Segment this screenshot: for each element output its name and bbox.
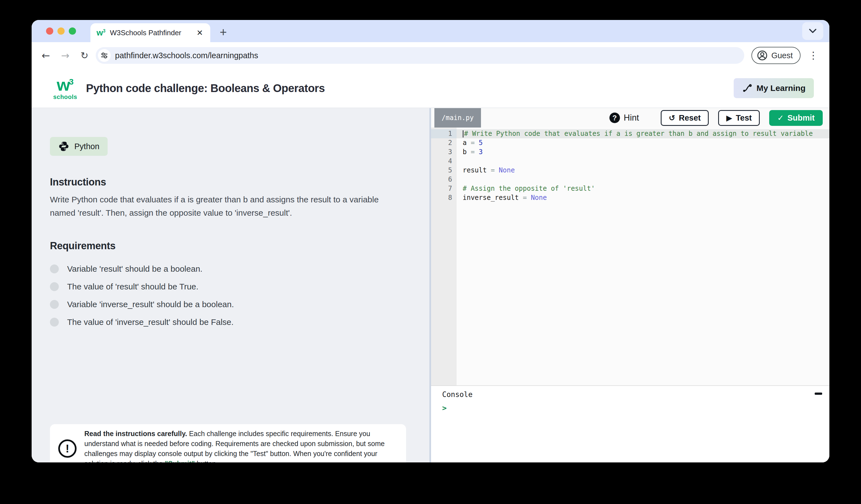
line-number: 1: [431, 129, 456, 138]
instructions-note-card: ! Read the instructions carefully. Each …: [50, 424, 406, 462]
url-text: pathfinder.w3schools.com/learningpaths: [115, 51, 258, 60]
requirements-list: Variable 'result' should be a boolean. T…: [50, 260, 406, 331]
requirement-status-icon: [50, 300, 59, 309]
language-badge-label: Python: [74, 142, 99, 151]
profile-label: Guest: [771, 51, 793, 60]
new-tab-button[interactable]: +: [220, 26, 227, 38]
requirement-item: The value of 'inverse_result' should be …: [50, 313, 406, 331]
instructions-title: Instructions: [50, 176, 406, 188]
w3schools-logo[interactable]: w3 schools: [49, 76, 82, 100]
line-number: 8: [431, 193, 456, 202]
learning-path-icon: [742, 83, 753, 94]
hint-button[interactable]: ? Hint: [610, 113, 639, 123]
requirement-status-icon: [50, 318, 59, 326]
reload-button[interactable]: ↻: [80, 50, 88, 61]
page-title: Python code challenge: Booleans & Operat…: [86, 82, 325, 95]
code-line[interactable]: 1# Write Python code that evaluates if a…: [431, 129, 829, 138]
line-number: 7: [431, 184, 456, 193]
requirement-status-icon: [50, 265, 59, 274]
screenshot-stage: w3 W3Schools Pathfinder ✕ + ← → ↻: [0, 0, 861, 504]
instructions-body: Write Python code that evaluates if a is…: [50, 193, 397, 220]
requirements-title: Requirements: [50, 240, 406, 252]
code-text[interactable]: a = 5: [456, 138, 829, 148]
question-mark-icon: ?: [610, 113, 620, 123]
w3schools-favicon-icon: w3: [97, 29, 106, 37]
language-badge: Python: [50, 137, 108, 156]
w3schools-logo-w: w3: [57, 75, 74, 94]
code-line[interactable]: 6: [431, 175, 829, 184]
profile-button[interactable]: Guest: [751, 47, 801, 64]
zoom-window-icon[interactable]: [69, 27, 76, 34]
console-panel: Console >: [431, 386, 829, 462]
my-learning-label: My Learning: [756, 83, 806, 93]
browser-menu-button[interactable]: ⋮: [808, 50, 818, 61]
code-editor[interactable]: 1# Write Python code that evaluates if a…: [431, 127, 829, 386]
tune-icon: [100, 52, 108, 59]
code-line[interactable]: 8inverse_result = None: [431, 193, 829, 202]
note-submit-highlight: "Submit": [165, 460, 195, 462]
code-text[interactable]: # Assign the opposite of 'result': [456, 184, 829, 193]
browser-toolbar: ← → ↻ pathfinder.w3schools.com/learningp…: [32, 42, 829, 69]
reset-icon: ↺: [669, 113, 675, 123]
requirement-item: The value of 'result' should be True.: [50, 278, 406, 295]
tab-title: W3Schools Pathfinder: [110, 29, 195, 37]
my-learning-button[interactable]: My Learning: [734, 78, 814, 98]
close-window-icon[interactable]: [46, 27, 53, 34]
code-text[interactable]: [456, 157, 829, 166]
page-header: w3 schools Python code challenge: Boolea…: [32, 69, 829, 108]
code-text[interactable]: # Write Python code that evaluates if a …: [456, 129, 829, 138]
file-tab[interactable]: /main.py: [434, 108, 481, 127]
collapse-console-button[interactable]: [815, 393, 822, 395]
reset-button[interactable]: ↺ Reset: [661, 110, 709, 126]
text-cursor: [463, 130, 464, 138]
play-icon: ▶: [726, 113, 732, 123]
editor-toolbar: /main.py ? Hint ↺ Reset ▶ Test: [431, 108, 829, 127]
site-settings-button[interactable]: [98, 49, 111, 62]
code-line[interactable]: 5result = None: [431, 166, 829, 175]
line-number: 2: [431, 138, 456, 148]
note-lead: Read the instructions carefully.: [84, 430, 187, 437]
browser-tab-strip: w3 W3Schools Pathfinder ✕ +: [32, 20, 829, 42]
code-line[interactable]: 3b = 3: [431, 148, 829, 157]
browser-tab[interactable]: w3 W3Schools Pathfinder ✕: [91, 23, 210, 42]
browser-window: w3 W3Schools Pathfinder ✕ + ← → ↻: [32, 20, 829, 462]
page-content: Python Instructions Write Python code th…: [32, 108, 829, 462]
editor-panel: /main.py ? Hint ↺ Reset ▶ Test: [431, 108, 829, 462]
python-icon: [58, 141, 69, 152]
code-line[interactable]: 2a = 5: [431, 138, 829, 148]
window-controls: [46, 27, 76, 34]
note-text: Read the instructions carefully. Each ch…: [84, 429, 398, 462]
requirement-item: Variable 'inverse_result' should be a bo…: [50, 295, 406, 313]
line-number: 5: [431, 166, 456, 175]
forward-button[interactable]: →: [61, 50, 69, 61]
chevron-down-icon: [808, 28, 818, 34]
code-line[interactable]: 4: [431, 157, 829, 166]
check-icon: ✓: [777, 113, 783, 123]
code-text[interactable]: b = 3: [456, 148, 829, 157]
user-avatar-icon: [757, 50, 767, 61]
test-button[interactable]: ▶ Test: [718, 110, 760, 126]
code-text[interactable]: [456, 175, 829, 184]
tab-close-icon[interactable]: ✕: [195, 28, 204, 38]
tab-search-button[interactable]: [802, 22, 823, 40]
requirement-item: Variable 'result' should be a boolean.: [50, 260, 406, 278]
line-number: 4: [431, 157, 456, 166]
hint-label: Hint: [624, 113, 639, 123]
requirement-status-icon: [50, 282, 59, 291]
submit-button[interactable]: ✓ Submit: [769, 110, 823, 126]
code-text[interactable]: inverse_result = None: [456, 193, 829, 202]
challenge-panel: Python Instructions Write Python code th…: [32, 108, 429, 462]
code-text[interactable]: result = None: [456, 166, 829, 175]
alert-circle-icon: !: [58, 439, 77, 458]
code-line[interactable]: 7# Assign the opposite of 'result': [431, 184, 829, 193]
w3schools-logo-schools: schools: [49, 94, 82, 100]
minimize-window-icon[interactable]: [57, 27, 65, 34]
line-number: 6: [431, 175, 456, 184]
back-button[interactable]: ←: [42, 50, 50, 61]
address-bar[interactable]: pathfinder.w3schools.com/learningpaths: [96, 47, 744, 64]
line-number: 3: [431, 148, 456, 157]
console-prompt: >: [442, 404, 829, 412]
console-label: Console: [442, 390, 829, 398]
